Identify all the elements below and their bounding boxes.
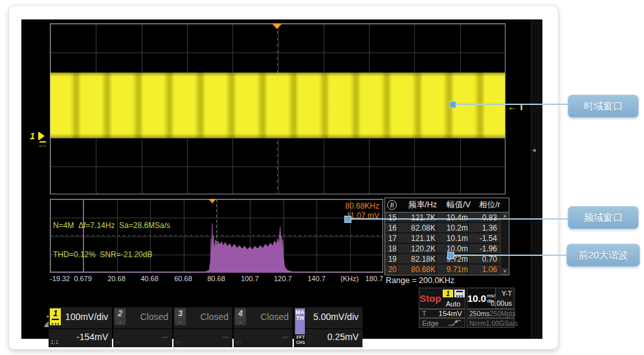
b-marker-icon: B — [387, 200, 397, 210]
harmonic-index: 20 — [385, 265, 397, 274]
table-row-highlighted[interactable]: 20 80.68K 9.71m 1.06 — [385, 264, 501, 274]
ch3-value: -- — [223, 332, 228, 342]
harmonic-index: 16 — [385, 223, 397, 233]
side-panel-strip[interactable] — [531, 19, 541, 339]
ch1-offset-value[interactable]: -154mV — [76, 332, 108, 342]
harmonics-rows: 15 121.7K 10.4m 0.83 16 82.08K 10.2m 1.3… — [385, 212, 501, 275]
harmonic-phase: -1.54 — [468, 234, 498, 243]
ch4-number-badge[interactable]: 4 — [235, 308, 246, 318]
math-scale-value[interactable]: 5.00mV/div — [313, 312, 359, 322]
channel-2-block[interactable]: 2 - -:- Closed -- — [113, 307, 172, 347]
fft-range-label: Range = 200.0KHz — [386, 276, 454, 285]
col-header-phase: 相位/r — [471, 200, 500, 211]
harmonic-index: 15 — [385, 213, 397, 222]
arrow-right-icon — [39, 132, 45, 140]
axis-tick: 140.7 — [307, 275, 326, 282]
ch2-value: -- — [162, 332, 168, 342]
figure-canvas: 1 ←T ◂ N=4M Δf=7.14Hz Sa=28.6MSa/s THD=0… — [0, 0, 644, 355]
channel-1-block[interactable]: 1 1:1 100mV/div -154mV — [49, 307, 112, 347]
axis-tick: 20.68 — [107, 275, 126, 282]
ch2-coupling-badge[interactable]: - — [115, 318, 126, 325]
axis-tick: 120.7 — [274, 275, 292, 282]
ch1-number-badge[interactable]: 1 — [50, 308, 61, 318]
harmonic-frequency: 121.7K — [397, 213, 436, 222]
axis-tick: 40.68 — [140, 275, 159, 282]
trigger-level-value: 154mV — [439, 310, 462, 317]
harmonics-table-header: B 频率/Hz 幅值/V 相位/r — [385, 198, 509, 212]
ch4-coupling-badge[interactable]: - — [235, 318, 246, 325]
ch2-probe-ratio: -:- — [115, 339, 121, 345]
scroll-down-icon[interactable]: ▼ — [502, 268, 508, 275]
trigger-source-badge[interactable]: 1 — [443, 290, 453, 297]
fft-info-line2: THD=0.12% SNR=-21.20dB — [53, 250, 170, 260]
ch1-scale-value[interactable]: 100mV/div — [65, 312, 108, 322]
stop-label: Stop — [419, 293, 441, 304]
harmonic-frequency: 82.18K — [397, 255, 436, 264]
axis-tick: 100.7 — [241, 275, 259, 282]
trigger-position-marker-icon[interactable] — [272, 23, 282, 29]
harmonic-phase: 1.06 — [468, 265, 498, 274]
harmonic-frequency: 80.68K — [397, 265, 436, 274]
dc-coupling-icon — [456, 291, 463, 297]
harmonic-amplitude: 9.71m — [436, 265, 468, 274]
harmonic-amplitude: 10.2m — [436, 223, 468, 233]
sample-rate: 1.00GSa/s — [486, 319, 518, 327]
table-row[interactable]: 16 82.08K 10.2m 1.36 — [385, 223, 501, 233]
axis-tick: 180.7 — [365, 275, 383, 282]
channel-4-block[interactable]: 4 - -:- Closed -- — [234, 307, 293, 347]
ch3-coupling-badge[interactable]: - — [175, 318, 186, 325]
fft-center-line — [216, 200, 217, 272]
fft-info-line1: N=4M Δf=7.14Hz Sa=28.6MSa/s — [53, 221, 170, 231]
math-block[interactable]: MATH FFT CH1 5.00mV/div 0.25mV — [294, 307, 362, 347]
table-row[interactable]: 18 120.2K 10.0m -1.96 — [385, 244, 501, 253]
trigger-t-label: T — [422, 310, 427, 317]
table-scrollbar[interactable]: ▲ ▼ — [500, 212, 509, 275]
axis-tick: -19.32 — [50, 275, 70, 282]
display-mode: Y-T — [502, 290, 512, 297]
scope-screen: 1 ←T ◂ N=4M Δf=7.14Hz Sa=28.6MSa/s THD=0… — [21, 19, 542, 339]
trigger-mode[interactable]: Auto — [441, 300, 465, 308]
run-state[interactable]: Stop — [419, 288, 441, 308]
math-offset-value[interactable]: 0.25mV — [328, 332, 359, 342]
trigger-level-marker[interactable]: ←T — [507, 101, 526, 112]
channel-3-block[interactable]: 3 - -:- Closed -- — [173, 307, 232, 347]
axis-tick: 0.679 — [74, 275, 92, 282]
timebase-box[interactable]: 10.0 ms/ div Y-T 0.00us — [467, 288, 515, 309]
trigger-coupling-badge[interactable] — [454, 290, 465, 297]
harmonic-frequency: 82.08K — [397, 223, 436, 233]
ch2-number-badge[interactable]: 2 — [115, 308, 126, 318]
callout-line-freq-window — [350, 218, 568, 220]
rising-edge-icon — [448, 319, 462, 326]
ch4-status: Closed — [260, 312, 289, 322]
fft-info-readout: N=4M Δf=7.14Hz Sa=28.6MSa/s THD=0.12% SN… — [53, 201, 170, 279]
table-row[interactable]: 17 121.1K 10.1m -1.54 — [385, 233, 501, 243]
callout-line-harmonics — [453, 255, 568, 256]
ch1-waveform-trace — [50, 73, 505, 138]
ch4-probe-ratio: -:- — [236, 339, 241, 345]
axis-tick: 80.68 — [207, 275, 225, 282]
axis-unit: (KHz) — [340, 275, 359, 282]
callout-line-time-window — [455, 104, 568, 105]
ch1-coupling-badge[interactable] — [50, 318, 61, 325]
harmonic-phase: -1.96 — [468, 244, 498, 253]
callout-marker-harmonics — [447, 252, 454, 259]
collapse-left-icon[interactable]: ◂ — [532, 146, 536, 154]
math-tab[interactable]: MATH — [295, 308, 305, 334]
col-header-frequency: 频率/Hz — [398, 200, 437, 211]
ch3-number-badge[interactable]: 3 — [175, 308, 186, 318]
math-mode-fft: FFT — [295, 335, 306, 340]
ch1-ground-marker[interactable]: 1 — [30, 131, 45, 141]
record-window: 250ms — [469, 310, 490, 317]
trigger-status-box[interactable]: Stop 1 Auto — [419, 288, 465, 309]
record-points: 250Mpts — [490, 310, 516, 317]
ground-icon — [39, 141, 46, 146]
trigger-type-box[interactable]: Edge — [419, 318, 465, 328]
ch3-status: Closed — [200, 312, 228, 322]
fft-trigger-marker-icon[interactable] — [208, 199, 216, 203]
harmonic-index: 18 — [385, 244, 397, 253]
fft-cursor-amplitude: 11.07 mV — [278, 211, 379, 221]
table-row[interactable]: 15 121.7K 10.4m 0.83 — [385, 212, 501, 222]
trigger-delay: 0.00us — [491, 299, 512, 307]
trigger-level-box[interactable]: T 154mV — [419, 309, 465, 318]
callout-marker-time-window — [449, 101, 456, 108]
